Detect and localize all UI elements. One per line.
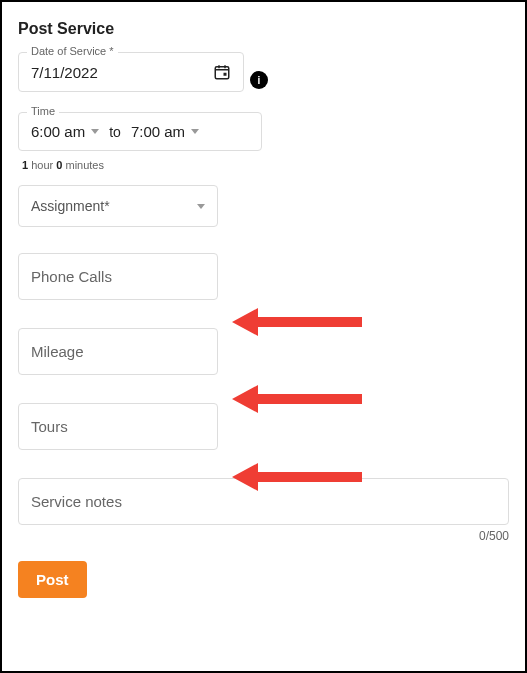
time-label: Time bbox=[27, 105, 59, 117]
phone-calls-label: Phone Calls bbox=[31, 268, 112, 285]
form-title: Post Service bbox=[18, 20, 509, 38]
duration-text: 1 hour 0 minutes bbox=[22, 159, 509, 171]
svg-rect-4 bbox=[224, 73, 227, 76]
svg-rect-0 bbox=[215, 67, 229, 79]
chevron-down-icon bbox=[197, 204, 205, 209]
post-button[interactable]: Post bbox=[18, 561, 87, 598]
phone-calls-input[interactable]: Phone Calls bbox=[18, 253, 218, 300]
assignment-select[interactable]: Assignment* bbox=[18, 185, 218, 227]
post-service-form: Post Service Date of Service * 7/11/2022… bbox=[0, 0, 527, 673]
assignment-label: Assignment* bbox=[31, 198, 110, 214]
date-label: Date of Service * bbox=[27, 45, 118, 57]
date-wrap: 7/11/2022 bbox=[31, 63, 231, 81]
service-notes-input[interactable]: Service notes bbox=[18, 478, 509, 525]
svg-marker-6 bbox=[232, 385, 362, 413]
tours-input[interactable]: Tours bbox=[18, 403, 218, 450]
time-field: Time 6:00 am to 7:00 am bbox=[18, 112, 262, 151]
duration-hours-txt: hour bbox=[31, 159, 53, 171]
tours-label: Tours bbox=[31, 418, 68, 435]
chevron-down-icon bbox=[91, 129, 99, 134]
svg-marker-5 bbox=[232, 308, 362, 336]
info-icon[interactable]: i bbox=[250, 71, 268, 89]
notes-counter: 0/500 bbox=[18, 529, 509, 543]
date-value: 7/11/2022 bbox=[31, 64, 98, 81]
time-end-select[interactable]: 7:00 am bbox=[131, 123, 199, 140]
chevron-down-icon bbox=[191, 129, 199, 134]
time-to-label: to bbox=[109, 124, 121, 140]
duration-hours: 1 bbox=[22, 159, 28, 171]
time-start-value: 6:00 am bbox=[31, 123, 85, 140]
annotation-arrow-icon bbox=[232, 382, 362, 416]
notes-placeholder: Service notes bbox=[31, 493, 122, 510]
annotation-arrow-icon bbox=[232, 305, 362, 339]
mileage-label: Mileage bbox=[31, 343, 84, 360]
time-start-select[interactable]: 6:00 am bbox=[31, 123, 99, 140]
date-row: Date of Service * 7/11/2022 i bbox=[18, 52, 509, 98]
duration-mins-txt: minutes bbox=[65, 159, 104, 171]
time-end-value: 7:00 am bbox=[131, 123, 185, 140]
duration-mins: 0 bbox=[56, 159, 62, 171]
calendar-icon[interactable] bbox=[213, 63, 231, 81]
date-field[interactable]: Date of Service * 7/11/2022 bbox=[18, 52, 244, 92]
mileage-input[interactable]: Mileage bbox=[18, 328, 218, 375]
time-wrap: 6:00 am to 7:00 am bbox=[31, 123, 249, 140]
